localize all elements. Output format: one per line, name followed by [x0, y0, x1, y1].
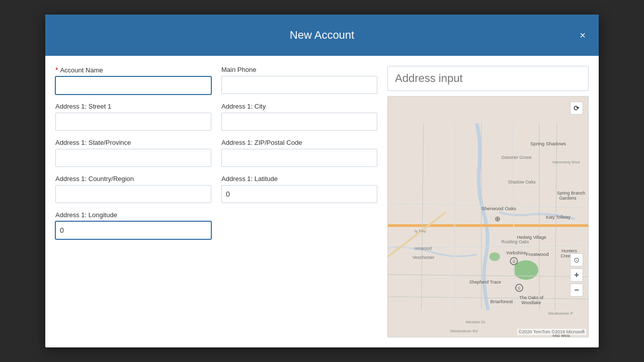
country-label: Address 1: Country/Region — [55, 175, 211, 183]
zip-group: Address 1: ZIP/Postal Code — [221, 139, 377, 167]
city-input[interactable] — [221, 113, 377, 131]
svg-text:ty Fwy: ty Fwy — [415, 229, 426, 233]
rotate-icon: ⟳ — [574, 104, 580, 112]
close-button[interactable]: × — [576, 28, 590, 42]
country-group: Address 1: Country/Region — [55, 175, 211, 203]
svg-text:Gessner Grove: Gessner Grove — [502, 155, 532, 160]
state-label: Address 1: State/Province — [55, 139, 211, 146]
latitude-label: Address 1: Latitude — [221, 175, 377, 183]
svg-text:Veschester: Veschester — [413, 255, 435, 260]
latitude-group: Address 1: Latitude — [221, 175, 377, 203]
city-group: Address 1: City — [221, 103, 377, 131]
longitude-input[interactable] — [55, 221, 211, 239]
svg-text:Shadow Oaks: Shadow Oaks — [508, 179, 536, 185]
svg-text:Yorkshire: Yorkshire — [506, 250, 526, 255]
svg-text:The Oaks of: The Oaks of — [519, 295, 544, 300]
svg-text:①: ① — [517, 286, 521, 291]
svg-text:Briarforest: Briarforest — [490, 299, 513, 304]
form-section: *Account Name Main Phone Address 1: Stre… — [55, 66, 377, 337]
main-phone-label: Main Phone — [221, 66, 377, 73]
main-phone-input[interactable] — [221, 76, 377, 94]
map-rotate-button[interactable]: ⟳ — [570, 102, 583, 115]
svg-text:ornwood: ornwood — [415, 246, 432, 251]
svg-text:Gardens: Gardens — [559, 196, 577, 201]
svg-point-2 — [490, 252, 500, 261]
city-label: Address 1: City — [221, 103, 377, 110]
map-attribution: ©2020 TomTom ©2019 Microsoft — [517, 329, 586, 335]
latitude-input[interactable] — [221, 185, 377, 203]
svg-text:Hammerly Blvd: Hammerly Blvd — [552, 160, 580, 164]
map-zoom-in-button[interactable]: + — [570, 268, 583, 282]
svg-text:Sherwood Oaks: Sherwood Oaks — [481, 206, 516, 211]
zip-input[interactable] — [221, 149, 377, 167]
svg-text:Spring Branch: Spring Branch — [557, 191, 585, 196]
new-account-modal: New Account × *Account Name Main Phone A… — [45, 15, 599, 347]
map-compass-button[interactable]: ⊙ — [570, 253, 583, 266]
address-input[interactable] — [387, 66, 589, 91]
map-zoom-out-button[interactable]: − — [570, 284, 583, 297]
state-group: Address 1: State/Province — [55, 139, 211, 167]
street1-label: Address 1: Street 1 — [55, 103, 211, 110]
street1-group: Address 1: Street 1 — [55, 103, 211, 131]
account-name-group: *Account Name — [55, 66, 211, 95]
svg-text:Katy Tollway: Katy Tollway — [546, 215, 571, 220]
country-input[interactable] — [55, 185, 211, 203]
svg-text:⊕: ⊕ — [495, 215, 501, 223]
svg-text:Hunters: Hunters — [561, 248, 577, 253]
svg-text:Woodlake: Woodlake — [521, 300, 541, 305]
svg-text:Westheimer P: Westheimer P — [548, 311, 573, 316]
longitude-label: Address 1: Longitude — [55, 211, 211, 219]
svg-text:Shepherd Trace: Shepherd Trace — [469, 280, 501, 285]
map-container: Spring Shadows Gessner Grove Hammerly Bl… — [387, 96, 589, 337]
longitude-group: Address 1: Longitude — [55, 211, 211, 239]
svg-text:Spring Shadows: Spring Shadows — [530, 141, 566, 146]
map-controls: ⊙ + − — [570, 253, 583, 297]
svg-text:①: ① — [512, 259, 516, 264]
zip-label: Address 1: ZIP/Postal Code — [221, 139, 377, 146]
map-svg: Spring Shadows Gessner Grove Hammerly Bl… — [388, 97, 588, 337]
svg-text:Westheimer Rd: Westheimer Rd — [450, 329, 478, 333]
account-name-label: *Account Name — [55, 66, 211, 74]
modal-body: *Account Name Main Phone Address 1: Stre… — [45, 56, 599, 347]
required-star: * — [55, 66, 58, 74]
account-name-input[interactable] — [55, 76, 211, 95]
svg-text:Westeln Dr: Westeln Dr — [466, 320, 486, 324]
street1-input[interactable] — [55, 113, 211, 131]
modal-title: New Account — [290, 29, 354, 41]
main-phone-group: Main Phone — [221, 66, 377, 95]
map-section: Spring Shadows Gessner Grove Hammerly Bl… — [387, 66, 589, 337]
svg-text:Rustling Oaks: Rustling Oaks — [502, 239, 530, 244]
modal-header: New Account × — [45, 15, 599, 56]
state-input[interactable] — [55, 149, 211, 167]
svg-text:Frostwood: Frostwood — [526, 251, 548, 257]
